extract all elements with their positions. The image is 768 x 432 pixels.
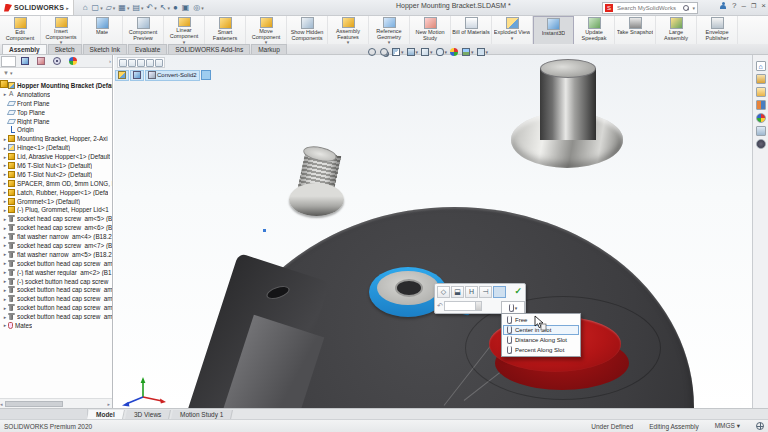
ribbon-button[interactable]: Reference Geometry ▾: [369, 16, 410, 44]
mate-value-spinner[interactable]: [444, 301, 482, 311]
command-tab[interactable]: Sketch: [48, 44, 82, 54]
expand-arrow-icon[interactable]: ▸: [2, 225, 8, 231]
heads-up-button[interactable]: [450, 48, 459, 56]
custom-properties-icon[interactable]: [756, 126, 766, 136]
sketch-point[interactable]: [263, 229, 266, 232]
ribbon-button[interactable]: Bill of Materials: [451, 16, 492, 44]
tree-item[interactable]: Right Plane: [0, 117, 112, 126]
ribbon-button[interactable]: Exploded View ▾: [492, 16, 533, 44]
tree-item[interactable]: ▸ Mounting Bracket, Hopper, 2-Axi: [0, 134, 112, 143]
search-box[interactable]: S ▾: [602, 2, 698, 14]
quick-access-button[interactable]: ▦ ▾: [117, 2, 130, 14]
tree-item[interactable]: ▸ socket button head cap screw_am: [0, 294, 112, 303]
command-tab[interactable]: SOLIDWORKS Add-Ins: [168, 44, 250, 54]
command-tab[interactable]: Markup: [251, 44, 287, 54]
breadcrumb-feature[interactable]: Convert-Solid2: [145, 70, 200, 81]
toolbox-icon[interactable]: [756, 100, 766, 110]
chrome-bolt-shaft[interactable]: [540, 68, 596, 140]
tree-item[interactable]: ▸ socket button head cap screw_am: [0, 259, 112, 268]
tree-item[interactable]: ▸ (-) Plug, Grommet, Hopper Lid<1: [0, 205, 112, 214]
symmetric-mate-icon[interactable]: [146, 59, 154, 67]
expand-arrow-icon[interactable]: ▸: [2, 287, 8, 293]
heads-up-button[interactable]: ▾: [462, 48, 474, 56]
quick-access-button[interactable]: ⌂: [82, 2, 90, 14]
quick-access-button[interactable]: ↶ ▾: [146, 2, 158, 14]
quick-access-button[interactable]: ↖ ▾: [159, 2, 171, 14]
breadcrumb-assembly[interactable]: [115, 70, 129, 81]
expand-arrow-icon[interactable]: ▸: [2, 234, 8, 240]
design-library-icon[interactable]: [756, 74, 766, 84]
document-tab[interactable]: 3D Views: [125, 410, 171, 419]
ribbon-button[interactable]: Mate: [82, 16, 123, 44]
scroll-right-arrow-icon[interactable]: ▸: [107, 401, 110, 407]
quick-access-button[interactable]: ▱ ▾: [105, 2, 117, 14]
slot-mate-icon[interactable]: [493, 286, 506, 298]
more-tabs-arrow-icon[interactable]: ›: [109, 58, 111, 64]
heads-up-button[interactable]: ▾: [407, 48, 419, 56]
heads-up-button[interactable]: ▾: [436, 48, 448, 56]
tree-item[interactable]: ▸ (-) socket button head cap screw_: [0, 277, 112, 286]
tree-item[interactable]: ▸ flat washer narrow_am<5> (B18.2: [0, 250, 112, 259]
tree-item[interactable]: ▸ Latch, Rubber, Hopper<1> (Defa: [0, 188, 112, 197]
quick-access-button[interactable]: ●: [172, 2, 180, 14]
forum-icon[interactable]: [756, 139, 766, 149]
file-explorer-icon[interactable]: [756, 87, 766, 97]
lock-mate-icon[interactable]: ⬓: [451, 286, 464, 298]
symmetric-mate-icon[interactable]: ⊣: [479, 286, 492, 298]
menu-item[interactable]: Distance Along Slot: [503, 335, 579, 345]
tree-item[interactable]: Origin: [0, 125, 112, 134]
floating-screw-head[interactable]: [289, 183, 344, 216]
tree-item[interactable]: ▸ Lid, Abrasive Hopper<1> (Default: [0, 152, 112, 161]
ribbon-button[interactable]: Move Component ▾: [246, 16, 287, 44]
width-mate-icon[interactable]: H: [465, 286, 478, 298]
login-icon[interactable]: [719, 2, 727, 10]
tree-item[interactable]: ▸ socket button head cap screw_am: [0, 285, 112, 294]
search-icon[interactable]: [683, 5, 689, 11]
expand-arrow-icon[interactable]: ▸: [2, 305, 8, 311]
ribbon-button[interactable]: Smart Fasteners: [205, 16, 246, 44]
ribbon-button[interactable]: Update Speedpak: [574, 16, 615, 44]
tree-item[interactable]: ▸ (-) flat washer regular_am<2> (B1: [0, 268, 112, 277]
expand-arrow-icon[interactable]: ▸: [2, 216, 8, 222]
tree-item[interactable]: Front Plane: [0, 99, 112, 108]
coincident-mate-icon[interactable]: ◇: [437, 286, 450, 298]
heads-up-button[interactable]: [380, 48, 389, 56]
help-button[interactable]: ?: [732, 1, 736, 10]
command-tab[interactable]: Evaluate: [128, 44, 167, 54]
ribbon-button[interactable]: Assembly Features ▾: [328, 16, 369, 44]
slot-mate-icon[interactable]: [119, 59, 127, 67]
ribbon-button[interactable]: Show Hidden Components: [287, 16, 328, 44]
tree-item[interactable]: ▸ flat washer narrow_am<4> (B18.2: [0, 232, 112, 241]
tab-property-manager[interactable]: [17, 56, 32, 67]
expand-arrow-icon[interactable]: ▸: [2, 296, 8, 302]
quick-access-button[interactable]: ▣: [181, 2, 192, 14]
quick-access-button[interactable]: ◎ ▾: [192, 2, 205, 14]
tab-configuration-manager[interactable]: [33, 56, 48, 67]
ribbon-button[interactable]: Component Preview Window: [123, 16, 164, 44]
ribbon-button[interactable]: Insert Components ▾: [41, 16, 82, 44]
ribbon-button[interactable]: Linear Component Pattern ▾: [164, 16, 205, 44]
tree-item[interactable]: ▸ socket button head cap screw_am: [0, 312, 112, 321]
document-tab[interactable]: Model: [87, 410, 125, 419]
command-tab[interactable]: Assembly: [2, 44, 47, 54]
home-icon[interactable]: ⌂: [756, 61, 766, 71]
close-button[interactable]: ×: [761, 1, 766, 10]
search-dropdown-arrow-icon[interactable]: ▾: [692, 5, 695, 11]
flip-mate-icon[interactable]: ↶: [437, 302, 443, 310]
graphics-viewport[interactable]: Convert-Solid2 ◇ ⬓ H ⊣ ✓ ↶: [114, 55, 752, 408]
tree-item[interactable]: Top Plane: [0, 108, 112, 117]
ribbon-button[interactable]: Take Snapshot: [615, 16, 656, 44]
status-units[interactable]: MMGS ▾: [715, 422, 740, 430]
quick-access-button[interactable]: ▢ ▾: [91, 2, 104, 14]
tree-item[interactable]: ▸ M6 T-Slot Nut<2> (Default): [0, 170, 112, 179]
tree-item[interactable]: ▸ socket head cap screw_am<6> (B: [0, 223, 112, 232]
appearances-icon[interactable]: [756, 113, 766, 123]
accept-mate-button[interactable]: ✓: [514, 286, 522, 296]
tree-item[interactable]: ▸ Mates: [0, 321, 112, 330]
concentric-mate-icon[interactable]: [128, 59, 136, 67]
ribbon-button[interactable]: Large Assembly Settings: [656, 16, 697, 44]
tab-display-manager[interactable]: [65, 56, 80, 67]
scrollbar-thumb[interactable]: [5, 401, 63, 407]
tree-root-item[interactable]: Hopper Mounting Bracket (Default): [0, 81, 112, 90]
chrome-bolt-top[interactable]: [540, 59, 596, 78]
